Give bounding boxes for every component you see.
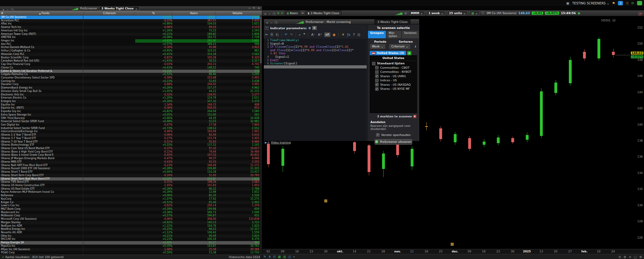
edit-params-icon[interactable]: ⚙ (312, 26, 317, 30)
candle[interactable] (583, 52, 586, 58)
candle[interactable] (396, 145, 399, 155)
table-row[interactable]: iShares Short T Bond ETF+0,00%110,2813.9… (0, 170, 262, 174)
table-row[interactable]: American Tower Corp (REIT)+0,21%189,821.… (0, 33, 262, 36)
checkbox[interactable] (372, 62, 375, 65)
code-line[interactable]: and Close[1]>Close[2]*0.99 and Close[1]<… (264, 49, 367, 52)
run-proscreener-button[interactable]: ProScreener uitvoeren (375, 139, 412, 145)
table-row[interactable]: Lowe's Cos Inc-0,62%250,141.376 (0, 204, 262, 208)
table-row[interactable]: Equinix Inc. (REIT)-0,36%930,45953 (0, 106, 262, 110)
checkbox[interactable]: ✓ (375, 83, 379, 86)
save-icon[interactable]: ▣ (566, 1, 569, 5)
swap-icon[interactable]: ⇄ (281, 12, 284, 15)
colors-icon[interactable]: ◉ (333, 33, 336, 37)
share-icon[interactable]: ⋔ (268, 255, 271, 259)
table-row[interactable]: iShares 3-7 Year T Bond ETF-0,27%115,742… (0, 137, 262, 140)
sort-direction-icon[interactable]: ↓ (414, 45, 417, 48)
candle[interactable] (497, 138, 500, 143)
table-row[interactable]: Pfizer Inc (All Sessions)-1,08%25,5940.5… (0, 248, 262, 251)
table-row[interactable]: Kayne Anderson MLP Midstream Invest Co+0… (0, 191, 262, 194)
code-line[interactable]: 7 (264, 65, 367, 69)
flag-icon[interactable]: ⚑ (612, 1, 615, 5)
candle[interactable] (411, 149, 414, 167)
sorteren-dropdown[interactable]: Criterium ⌄ (389, 44, 410, 49)
table-row[interactable]: Boston Scientific Corp-0,81%105,266.320 (0, 56, 262, 60)
add-group-button[interactable]: + (407, 51, 411, 55)
table-row[interactable]: iShares US Home Construction ETF-1,45%10… (0, 184, 262, 187)
pin-icon[interactable]: ⌖ (249, 7, 250, 10)
table-row[interactable]: Kroger Co+0,51%65,462.493 (0, 201, 262, 204)
dividend-marker-icon[interactable]: D (451, 243, 454, 246)
symbol-selector[interactable]: MMM ⌄ (409, 11, 425, 15)
table-row[interactable]: NetEase Inc ADR+1,22%104,761.820 (0, 224, 262, 228)
redo-icon[interactable]: ↷ (290, 33, 293, 37)
candle[interactable] (439, 128, 442, 139)
table-row[interactable]: iShares 1-3 Year T Bond ETF-0,06%82,045.… (0, 133, 262, 137)
table-row[interactable]: Microsoft Corp (All Sessions)-0,06%408,0… (0, 218, 262, 221)
table-row[interactable]: iShares Biotechnology ETF+0,55%137,311.2… (0, 143, 262, 147)
units-selector[interactable]: 25 units ⌄ (447, 11, 468, 15)
checkbox[interactable] (375, 79, 379, 82)
candle[interactable] (382, 154, 385, 169)
code-line[interactable]: 3If Close>Close[2]*0.99 and Close<Close[… (264, 45, 367, 49)
table-row[interactable]: iShares MBS ETF-0,43%92,035.555 (0, 160, 262, 164)
table-row[interactable]: IntercontinentalExchange Inc-0,46%165,94… (0, 130, 262, 133)
column-header-koers[interactable]: Koers| (172, 12, 216, 15)
candle[interactable] (281, 149, 284, 166)
market-list-item[interactable]: Standaard lijsten (370, 61, 417, 65)
candle[interactable] (425, 126, 428, 127)
table-row[interactable]: Archer-Daniels-Midland Co-0,30%45,963.92… (0, 46, 262, 49)
draw-icon[interactable]: ✎ (264, 255, 266, 259)
market-list-item[interactable]: Commodities - CBOT (370, 65, 417, 70)
export-icon[interactable]: ⇱ (253, 7, 255, 10)
lock-icon[interactable]: ⚿ (626, 1, 628, 5)
table-row[interactable]: Amgen Inc+0,65%292,905.603 (0, 39, 262, 43)
group-tab-united-states[interactable]: United States (3) (370, 51, 406, 55)
sync-icon[interactable]: ⟳ (631, 1, 634, 5)
market-list-item[interactable]: ✓Shares - US NYSE MF (370, 86, 417, 91)
table-row[interactable]: Aon PLC+0,57%389,15598 (0, 43, 262, 46)
maximize-icon[interactable]: ❒ (273, 13, 275, 16)
market-list-item[interactable]: ✓Shares - US (NASDAQ (370, 82, 417, 87)
table-row[interactable]: Clorox Co+0,43%148,52740 (0, 66, 262, 70)
tab-screener[interactable]: ▮ 3 Weeks Tight Close (306, 11, 341, 15)
mic-icon[interactable]: ◎ (404, 11, 407, 15)
table-row[interactable]: Corning Inc+0,23%52,653.438 (0, 80, 262, 83)
market-list-item[interactable]: ✓Shares - US (AMX) (370, 74, 417, 78)
dividend-marker-icon[interactable]: D (324, 199, 327, 202)
candle[interactable] (483, 142, 486, 145)
font-larger-icon[interactable]: A⁺ (318, 33, 322, 37)
minimize-icon[interactable]: ─ (269, 13, 270, 16)
chart-list-icon[interactable]: ▥ (283, 255, 286, 259)
table-row[interactable]: Akamai Tech Inc-0,98%99,034.153 (0, 26, 262, 29)
close-icon[interactable]: ✕ (266, 21, 269, 24)
candle[interactable] (267, 144, 270, 164)
fullscreen-icon[interactable]: ▢ (634, 255, 637, 259)
sound-icon[interactable]: ♫ (618, 1, 623, 5)
remove-icon[interactable]: ✖ (413, 115, 416, 118)
print-code-icon[interactable]: ⎙ (357, 33, 360, 37)
code-line[interactable]: 1.01 then (264, 52, 367, 55)
search-icon[interactable]: ⌕ (299, 33, 301, 37)
font-smaller-icon[interactable]: A⁻ (311, 33, 315, 37)
font-default-icon[interactable]: aA (325, 33, 330, 37)
candle[interactable] (511, 138, 514, 142)
table-row[interactable]: Entegris Inc+0,18%107,325.370 (0, 100, 262, 103)
zoom-out-icon[interactable]: ⊖ (618, 255, 621, 259)
candle[interactable] (540, 91, 543, 136)
table-row[interactable]: NextEra Energy Inc+0,25%68,2211.317 (0, 228, 262, 231)
functions-icon[interactable]: ƒx (347, 33, 350, 37)
video-training-link[interactable]: ▶▭ Video training (265, 141, 291, 144)
table-row[interactable]: iShares JP Morgan Emerging Markets Bond-… (0, 157, 262, 160)
table-row[interactable]: iShares Natl AMT-Free Muni Bond ETF-0,23… (0, 164, 262, 167)
candle[interactable] (597, 39, 600, 58)
chart-x-axis[interactable]: 0209162330okt.142128nov.111825dec.091623… (262, 249, 644, 254)
candle[interactable] (569, 60, 572, 84)
table-row[interactable]: Novartis AG ADR+1,12%106,621.559 (0, 231, 262, 235)
table-row[interactable]: Expedia Grp Inc+0,82%204,043.580 (0, 110, 262, 113)
comment-icon[interactable]: ❞ (303, 33, 305, 37)
table-row[interactable]: Consumer Discretionary Select Sector SPD… (0, 76, 262, 80)
period-selector[interactable]: 1 week ⌄ (427, 11, 445, 15)
table-row[interactable]: M&T Bank Corp+0,59%199,98659 (0, 208, 262, 211)
collapse-icon[interactable]: « (293, 255, 295, 259)
table-row[interactable]: Danaher Corp-0,68%204,913.991 (0, 83, 262, 86)
